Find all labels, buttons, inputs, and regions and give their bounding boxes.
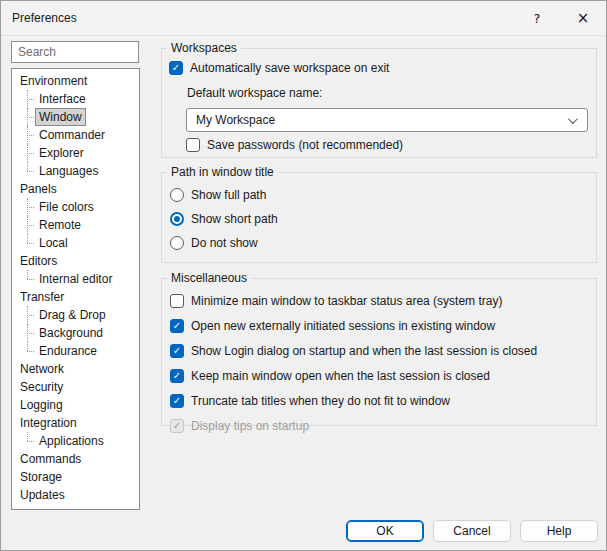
checkbox-display-tips-on-startup: ✓Display tips on startup (170, 418, 309, 434)
default-workspace-name-label: Default workspace name: (187, 86, 322, 100)
sidebar-item-local[interactable]: Local (12, 234, 139, 252)
radio-show-short-path[interactable]: Show short path (170, 211, 278, 227)
checkbox-icon: ✓ (169, 61, 183, 75)
titlebar-buttons: ? × (514, 1, 606, 35)
path-in-window-title-group: Path in window title Show full pathShow … (161, 172, 597, 263)
radio-icon (170, 236, 184, 250)
sidebar-item-environment[interactable]: Environment (12, 72, 139, 90)
sidebar-item-label: Editors (17, 253, 60, 269)
sidebar-item-commander[interactable]: Commander (12, 126, 139, 144)
ok-button[interactable]: OK (346, 520, 424, 542)
sidebar-item-label: Local (36, 235, 71, 251)
checkbox-icon: ✓ (186, 138, 200, 152)
workspace-name-value: My Workspace (196, 113, 275, 127)
sidebar-item-remote[interactable]: Remote (12, 216, 139, 234)
sidebar-item-logging[interactable]: Logging (12, 396, 139, 414)
checkbox-show-login-dialog-on-startup-and-when-the-last-session-is-closed[interactable]: ✓Show Login dialog on startup and when t… (170, 343, 537, 359)
sidebar-item-label: Network (17, 361, 67, 377)
sidebar-item-label: Background (36, 325, 106, 341)
checkbox-truncate-tab-titles-when-they-do-not-fit-to-window[interactable]: ✓Truncate tab titles when they do not fi… (170, 393, 450, 409)
sidebar-item-label: Environment (17, 73, 90, 89)
checkbox-label: Keep main window open when the last sess… (191, 369, 490, 383)
sidebar-item-explorer[interactable]: Explorer (12, 144, 139, 162)
window-title: Preferences (12, 11, 77, 25)
sidebar-item-commands[interactable]: Commands (12, 450, 139, 468)
save-passwords-label: Save passwords (not recommended) (207, 138, 403, 152)
dialog-buttons: OKCancelHelp (1, 520, 598, 542)
checkbox-icon: ✓ (170, 419, 184, 433)
checkbox-icon: ✓ (170, 369, 184, 383)
titlebar: Preferences ? × (1, 1, 606, 36)
sidebar-item-label: Commander (36, 127, 108, 143)
sidebar-item-label: Drag & Drop (36, 307, 109, 323)
checkbox-label: Show Login dialog on startup and when th… (191, 344, 537, 358)
close-icon[interactable]: × (560, 1, 606, 35)
sidebar-item-endurance[interactable]: Endurance (12, 342, 139, 360)
checkbox-icon: ✓ (170, 294, 184, 308)
sidebar-item-drag-drop[interactable]: Drag & Drop (12, 306, 139, 324)
sidebar-item-network[interactable]: Network (12, 360, 139, 378)
sidebar-item-panels[interactable]: Panels (12, 180, 139, 198)
sidebar-item-label: Integration (17, 415, 80, 431)
auto-save-workspace-checkbox[interactable]: ✓ Automatically save workspace on exit (169, 60, 389, 76)
radio-label: Show short path (191, 212, 278, 226)
checkbox-icon: ✓ (170, 319, 184, 333)
checkbox-icon: ✓ (170, 344, 184, 358)
workspaces-group: Workspaces ✓ Automatically save workspac… (161, 48, 597, 158)
sidebar-item-label: Commands (17, 451, 84, 467)
workspace-name-combobox[interactable]: My Workspace (186, 108, 588, 132)
sidebar-item-interface[interactable]: Interface (12, 90, 139, 108)
sidebar-item-label: Endurance (36, 343, 100, 359)
cancel-button[interactable]: Cancel (433, 520, 511, 542)
chevron-down-icon (568, 114, 578, 124)
sidebar-item-label: Updates (17, 487, 68, 503)
sidebar-item-label: Security (17, 379, 66, 395)
sidebar-item-window[interactable]: Window (12, 108, 139, 126)
sidebar-item-internal-editor[interactable]: Internal editor (12, 270, 139, 288)
sidebar-item-transfer[interactable]: Transfer (12, 288, 139, 306)
radio-show-full-path[interactable]: Show full path (170, 187, 266, 203)
checkbox-label: Display tips on startup (191, 419, 309, 433)
radio-label: Show full path (191, 188, 266, 202)
checkbox-open-new-externally-initiated-sessions-in-existing-window[interactable]: ✓Open new externally initiated sessions … (170, 318, 495, 334)
search-input[interactable] (11, 41, 139, 63)
sidebar-item-editors[interactable]: Editors (12, 252, 139, 270)
sidebar-item-security[interactable]: Security (12, 378, 139, 396)
miscellaneous-group: Miscellaneous ✓Minimize main window to t… (161, 278, 597, 426)
checkbox-keep-main-window-open-when-the-last-session-is-closed[interactable]: ✓Keep main window open when the last ses… (170, 368, 490, 384)
misc-group-label: Miscellaneous (167, 271, 251, 286)
sidebar-item-label: Window (36, 109, 85, 125)
sidebar-item-label: Transfer (17, 289, 67, 305)
sidebar-item-label: Interface (36, 91, 89, 107)
workspaces-group-label: Workspaces (167, 41, 241, 56)
sidebar-tree: EnvironmentInterfaceWindowCommanderExplo… (11, 68, 140, 510)
save-passwords-checkbox[interactable]: ✓ Save passwords (not recommended) (186, 137, 403, 153)
sidebar-item-label: Remote (36, 217, 84, 233)
sidebar-item-updates[interactable]: Updates (12, 486, 139, 504)
checkbox-icon: ✓ (170, 394, 184, 408)
radio-icon (170, 188, 184, 202)
checkbox-minimize-main-window-to-taskbar-status-area-system-tray[interactable]: ✓Minimize main window to taskbar status … (170, 293, 502, 309)
sidebar-item-label: Storage (17, 469, 65, 485)
sidebar-item-label: Logging (17, 397, 66, 413)
sidebar-item-label: Applications (36, 433, 107, 449)
sidebar-item-label: Explorer (36, 145, 87, 161)
checkbox-label: Open new externally initiated sessions i… (191, 319, 495, 333)
auto-save-workspace-label: Automatically save workspace on exit (190, 61, 389, 75)
help-button[interactable]: Help (520, 520, 598, 542)
sidebar-item-label: File colors (36, 199, 97, 215)
help-icon[interactable]: ? (514, 1, 560, 35)
sidebar-item-label: Panels (17, 181, 60, 197)
sidebar-item-storage[interactable]: Storage (12, 468, 139, 486)
sidebar-item-file-colors[interactable]: File colors (12, 198, 139, 216)
sidebar-item-languages[interactable]: Languages (12, 162, 139, 180)
preferences-dialog: Preferences ? × EnvironmentInterfaceWind… (0, 0, 607, 551)
sidebar-item-applications[interactable]: Applications (12, 432, 139, 450)
sidebar-item-integration[interactable]: Integration (12, 414, 139, 432)
checkbox-label: Minimize main window to taskbar status a… (191, 294, 502, 308)
sidebar-item-background[interactable]: Background (12, 324, 139, 342)
path-group-label: Path in window title (167, 165, 278, 180)
sidebar-item-label: Internal editor (36, 271, 115, 287)
radio-do-not-show[interactable]: Do not show (170, 235, 258, 251)
checkbox-label: Truncate tab titles when they do not fit… (191, 394, 450, 408)
